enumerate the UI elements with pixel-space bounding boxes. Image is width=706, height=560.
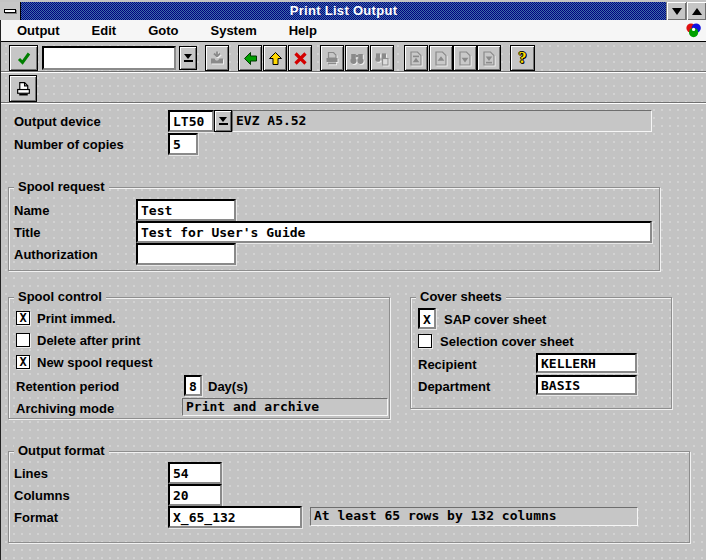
printer-icon <box>324 51 340 66</box>
binoculars-page-icon <box>374 51 390 66</box>
department-label: Department <box>418 379 490 394</box>
spool-title-label: Title <box>14 225 41 240</box>
yellow-up-arrow-icon <box>268 51 283 66</box>
green-left-arrow-icon <box>243 51 258 66</box>
output-device-dropdown-button[interactable] <box>214 110 232 132</box>
spool-name-label: Name <box>14 203 49 218</box>
help-button[interactable]: ? <box>510 45 535 71</box>
titlebar: Print List Output <box>0 2 706 20</box>
sap-print-list-output-window: Print List Output Output Edit Goto Syste… <box>0 0 706 560</box>
find-next-button[interactable] <box>370 45 394 71</box>
last-page-button[interactable] <box>477 45 501 71</box>
columns-label: Columns <box>14 488 70 503</box>
spool-request-group-title: Spool request <box>14 179 109 194</box>
sap-cover-sheet-input[interactable]: X <box>418 308 436 329</box>
page-arrow-top-icon <box>408 51 424 66</box>
output-device-description: EVZ A5.52 <box>232 110 652 132</box>
green-checkmark-icon <box>16 51 32 66</box>
page-arrow-down-icon <box>457 51 473 66</box>
output-device-label: Output device <box>14 114 101 129</box>
recipient-label: Recipient <box>418 357 477 372</box>
lines-input[interactable]: 54 <box>168 462 222 484</box>
number-of-copies-input[interactable]: 5 <box>168 133 198 155</box>
authorization-label: Authorization <box>14 247 98 262</box>
menu-goto[interactable]: Goto <box>145 22 181 39</box>
output-device-input[interactable]: LT50 <box>168 110 214 132</box>
delete-after-print-checkbox[interactable] <box>16 333 30 347</box>
cancel-button[interactable] <box>288 45 312 71</box>
print-immed-checkbox[interactable]: X <box>16 311 30 325</box>
arrow-up-icon <box>692 8 702 15</box>
find-button[interactable] <box>345 45 369 71</box>
application-toolbar <box>1 73 706 103</box>
delete-after-print-label: Delete after print <box>37 333 140 348</box>
system-menu-button[interactable] <box>0 2 21 20</box>
menu-edit[interactable]: Edit <box>89 22 120 39</box>
back-button[interactable] <box>238 45 262 71</box>
archiving-mode-label: Archiving mode <box>16 401 114 416</box>
window-title: Print List Output <box>21 2 666 20</box>
printer-page-icon <box>15 81 32 97</box>
spool-control-group-title: Spool control <box>14 289 106 304</box>
save-button[interactable] <box>205 45 229 71</box>
format-description: At least 65 rows by 132 columns <box>310 507 638 526</box>
print-button[interactable] <box>320 45 344 71</box>
standard-toolbar: ? <box>1 43 706 72</box>
selection-cover-sheet-checkbox[interactable] <box>418 334 432 348</box>
minimize-button[interactable] <box>666 2 686 20</box>
exit-button[interactable] <box>263 45 287 71</box>
number-of-copies-label: Number of copies <box>14 137 124 152</box>
question-mark-icon: ? <box>519 49 527 67</box>
output-format-group-title: Output format <box>14 443 109 458</box>
retention-period-input[interactable]: 8 <box>184 375 202 396</box>
selection-cover-sheet-label: Selection cover sheet <box>440 334 574 349</box>
spool-name-input[interactable]: Test <box>136 199 236 221</box>
recipient-input[interactable]: KELLERH <box>536 353 637 373</box>
menu-system[interactable]: System <box>207 22 259 39</box>
page-arrow-up-icon <box>433 51 449 66</box>
print-list-button[interactable] <box>9 75 37 102</box>
command-dropdown-button[interactable] <box>179 46 197 70</box>
combo-arrow-down-icon <box>219 117 227 122</box>
menu-bar: Output Edit Goto System Help <box>0 20 706 42</box>
retention-period-label: Retention period <box>16 379 119 394</box>
sap-cover-sheet-label: SAP cover sheet <box>444 312 546 327</box>
archiving-mode-value: Print and archive <box>182 398 388 416</box>
format-input[interactable]: X_65_132 <box>168 506 302 528</box>
menu-help[interactable]: Help <box>286 22 320 39</box>
save-tray-arrow-icon <box>209 50 225 66</box>
authorization-input[interactable] <box>136 243 236 265</box>
page-arrow-bottom-icon <box>481 51 497 66</box>
print-immed-label: Print immed. <box>37 311 116 326</box>
page-down-button[interactable] <box>453 45 477 71</box>
first-page-button[interactable] <box>404 45 428 71</box>
sap-logo-icon <box>685 22 702 43</box>
columns-input[interactable]: 20 <box>168 484 222 506</box>
maximize-button[interactable] <box>686 2 706 20</box>
retention-unit-label: Day(s) <box>208 379 248 394</box>
format-label: Format <box>14 510 58 525</box>
new-spool-request-label: New spool request <box>37 355 153 370</box>
department-input[interactable]: BASIS <box>536 375 637 395</box>
system-menu-icon <box>4 9 16 13</box>
menu-output[interactable]: Output <box>14 22 63 39</box>
output-format-group: Output format <box>8 451 690 543</box>
red-x-icon <box>293 51 308 66</box>
spool-title-input[interactable]: Test for User's Guide <box>136 221 652 243</box>
binoculars-icon <box>349 51 365 66</box>
lines-label: Lines <box>14 466 48 481</box>
new-spool-request-checkbox[interactable]: X <box>16 355 30 369</box>
enter-button[interactable] <box>9 45 38 71</box>
page-up-button[interactable] <box>429 45 453 71</box>
command-field-input[interactable] <box>42 46 176 70</box>
arrow-down-icon <box>672 8 682 15</box>
cover-sheets-group-title: Cover sheets <box>416 289 506 304</box>
combo-arrow-down-icon <box>184 54 192 59</box>
